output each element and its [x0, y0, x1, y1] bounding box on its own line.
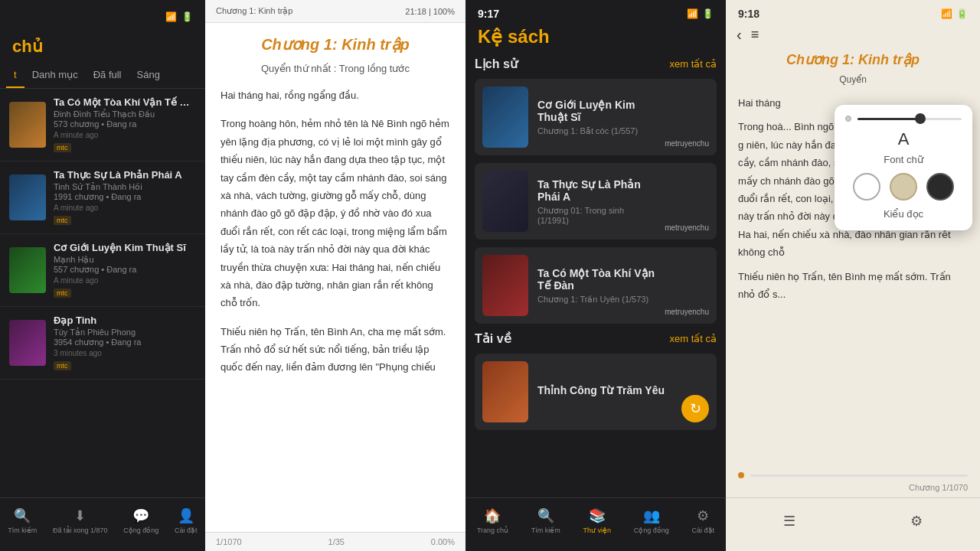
shelf-book-thumb-1	[482, 171, 528, 232]
settings-top-bar: ‹ ≡	[726, 23, 980, 51]
shelf-nav-library-label: Thư viện	[583, 527, 612, 534]
reader-page-info: 1/1070	[216, 537, 242, 546]
progress-dot	[738, 472, 744, 478]
settings-time: 9:18	[738, 8, 760, 20]
nav-download[interactable]: ⬇ Đã tải xong 1/870	[53, 507, 108, 534]
shelf-bottom-nav: 🏠 Trang chủ 🔍 Tìm kiếm 📚 Thư viện 👥 Cộng…	[466, 497, 726, 551]
library-bottom-nav: 🔍 Tìm kiếm ⬇ Đã tải xong 1/870 💬 Cộng đồ…	[0, 497, 205, 551]
shelf-author-1: metruyenchu	[665, 223, 709, 232]
progress-bar[interactable]	[750, 474, 968, 477]
reader-paragraph-1: Trong hoàng hôn, hẻm nhỏ tên là Nê Bình …	[220, 115, 450, 311]
book-cover-4	[9, 320, 46, 366]
menu-button[interactable]: ≡	[751, 27, 760, 43]
shelf-download-see-all[interactable]: xem tất cả	[669, 333, 717, 344]
book-chapters-4: 3954 chương • Đang ra	[54, 337, 196, 347]
panel-library: 📶 🔋 chủ t Danh mục Đã full Sáng Ta Có Mộ…	[0, 0, 205, 551]
slider-track[interactable]	[858, 118, 962, 120]
shelf-author-2: metruyenchu	[665, 308, 709, 316]
book-time-1: A minute ago	[54, 131, 196, 139]
panel-reader: Chương 1: Kinh trập 21:18 | 100% Chương …	[205, 0, 466, 551]
list-icon: ☰	[783, 513, 795, 530]
reader-position: 1/35	[328, 537, 345, 546]
home-icon: 🏠	[484, 507, 501, 524]
shelf-book-chapter-0: Chương 1: Bắt cóc (1/557)	[537, 126, 655, 136]
shelf-author-0: metruyenchu	[665, 139, 709, 148]
search-icon: 🔍	[14, 507, 31, 524]
settings-nav-gear[interactable]: ⚙	[910, 513, 923, 530]
shelf-nav-home-label: Trang chủ	[477, 527, 508, 534]
settings-para-2: Thiếu niên họ Trấn, tên Bình mẹ mất sớm.…	[738, 268, 968, 304]
shelf-book-info-0: Cơ Giới Luyện Kim Thuật Sĩ Chương 1: Bắt…	[537, 99, 655, 136]
slider-min-dot	[845, 116, 851, 122]
reader-zoom: 100%	[433, 7, 455, 16]
shelf-book-card-1[interactable]: Ta Thực Sự Là Phản Phái A Chương 01: Tro…	[475, 163, 717, 240]
book-chapters-3: 557 chương • Đang ra	[54, 265, 196, 275]
book-author-3: Mạnh Hậu	[54, 255, 196, 265]
search-icon-shelf: 🔍	[537, 507, 554, 524]
shelf-book-info-1: Ta Thực Sự Là Phản Phái A Chương 01: Tro…	[537, 178, 655, 225]
book-time-2: A minute ago	[54, 204, 196, 212]
tab-light[interactable]: Sáng	[129, 63, 168, 88]
refresh-button[interactable]: ↻	[681, 395, 709, 422]
settings-status-icons: 📶 🔋	[941, 8, 968, 19]
settings-subtitle: Quyển	[738, 74, 968, 85]
shelf-title: Kệ sách	[478, 26, 714, 47]
settings-progress-bar-container	[726, 468, 980, 483]
list-item[interactable]: Ta Có Một Tòa Khí Vận Tế Đàn Đinh Đình T…	[0, 89, 205, 161]
shelf-download-header: Tải về xem tất cả	[475, 331, 717, 346]
shelf-nav-search[interactable]: 🔍 Tìm kiếm	[531, 507, 560, 534]
reader-subtitle: Quyển thứ nhất : Trong lồng tước	[220, 63, 450, 74]
shelf-header: Kệ sách	[466, 23, 726, 57]
book-list: Ta Có Một Tòa Khí Vận Tế Đàn Đinh Đình T…	[0, 89, 205, 497]
list-item[interactable]: Ta Thực Sự Là Phản Phái A Tinh Sứ Tản Th…	[0, 161, 205, 234]
community-icon: 💬	[132, 507, 149, 524]
shelf-status-icons: 📶 🔋	[687, 8, 714, 19]
shelf-nav-community-label: Cộng đồng	[634, 527, 669, 534]
tab-category[interactable]: Danh mục	[24, 63, 86, 88]
shelf-nav-community[interactable]: 👥 Cộng đồng	[634, 507, 669, 534]
settings-reader-content: Chương 1: Kinh trập Quyển Hai tháng Tron…	[726, 51, 980, 468]
book-badge-1: mtc	[54, 143, 71, 152]
shelf-book-info-2: Ta Có Một Tòa Khí Vận Tế Đàn Chương 1: T…	[537, 267, 655, 305]
font-size-slider[interactable]	[845, 116, 962, 122]
font-label: Font chữ	[845, 154, 962, 165]
tab-full[interactable]: Đã full	[86, 63, 129, 88]
list-item[interactable]: Đạp Tinh Túy Tản Phiêu Phong 3954 chương…	[0, 307, 205, 380]
book-title-2: Ta Thực Sự Là Phản Phái A	[54, 169, 196, 181]
reader-bottom-bar: 1/1070 1/35 0.00%	[205, 532, 466, 551]
settings-nav-list[interactable]: ☰	[783, 513, 795, 530]
shelf-book-chapter-2: Chương 1: Trần Uyên (1/573)	[537, 295, 655, 305]
shelf-nav-settings[interactable]: ⚙ Cài đặt	[692, 507, 715, 534]
theme-beige[interactable]	[890, 173, 917, 201]
shelf-nav-home[interactable]: 🏠 Trang chủ	[477, 507, 508, 534]
library-tabs: t Danh mục Đã full Sáng	[0, 63, 205, 89]
slider-thumb[interactable]	[915, 113, 926, 124]
settings-icon-shelf: ⚙	[697, 507, 709, 524]
book-author-1: Đinh Đình Tiểu Thạch Đầu	[54, 109, 196, 119]
book-title-3: Cơ Giới Luyện Kim Thuật Sĩ	[54, 242, 196, 253]
library-app-title: chủ	[0, 34, 205, 63]
shelf-battery-icon: 🔋	[702, 8, 714, 19]
reader-meta: 21:18 | 100%	[405, 7, 455, 16]
settings-chapter-title: Chương 1: Kinh trập	[738, 51, 968, 68]
gear-icon: ⚙	[910, 513, 923, 530]
settings-status-bar: 9:18 📶 🔋	[726, 0, 980, 23]
nav-settings[interactable]: 👤 Cài đặt	[175, 507, 198, 534]
book-chapters-1: 573 chương • Đang ra	[54, 119, 196, 129]
book-author-2: Tinh Sứ Tản Thành Hồi	[54, 182, 196, 192]
shelf-history-see-all[interactable]: xem tất cả	[669, 58, 717, 70]
shelf-book-card-2[interactable]: Ta Có Một Tòa Khí Vận Tế Đàn Chương 1: T…	[475, 247, 717, 324]
nav-search[interactable]: 🔍 Tìm kiếm	[8, 507, 37, 534]
panel-shelf: 9:17 📶 🔋 Kệ sách Lịch sử xem tất cả Cơ G…	[466, 0, 726, 551]
settings-chapter-label: Chương 1/1070	[726, 483, 980, 497]
theme-dark[interactable]	[926, 173, 954, 201]
back-button[interactable]: ‹	[737, 26, 742, 44]
theme-white[interactable]	[853, 173, 880, 201]
shelf-book-card-0[interactable]: Cơ Giới Luyện Kim Thuật Sĩ Chương 1: Bắt…	[475, 79, 717, 155]
shelf-nav-settings-label: Cài đặt	[692, 527, 715, 534]
list-item[interactable]: Cơ Giới Luyện Kim Thuật Sĩ Mạnh Hậu 557 …	[0, 234, 205, 307]
shelf-nav-library[interactable]: 📚 Thư viện	[583, 507, 612, 534]
tab-reading[interactable]: t	[6, 63, 24, 88]
nav-community[interactable]: 💬 Cộng đồng	[123, 507, 158, 534]
shelf-download-card-0[interactable]: Thỉnh Công Từ Trăm Yêu ↻	[475, 354, 717, 430]
